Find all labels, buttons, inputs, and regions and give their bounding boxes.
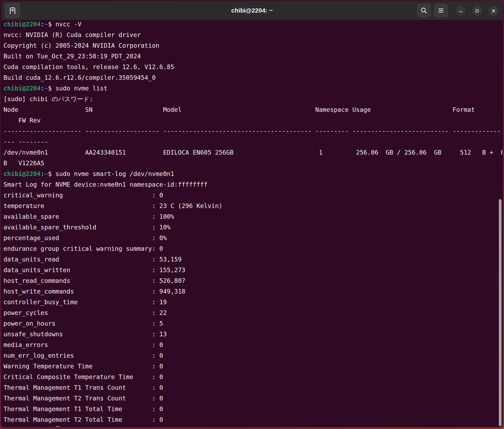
smart-log-value: 526,807	[159, 277, 185, 284]
smart-log-row: Thermal Management T2 Trans Count: 0	[3, 393, 503, 404]
smart-log-separator: :	[152, 320, 159, 327]
search-button[interactable]	[417, 3, 431, 18]
prompt-colon: :	[41, 170, 44, 177]
smart-log-row: endurance group critical warning summary…	[3, 243, 503, 254]
smart-log-separator: :	[152, 395, 159, 402]
hamburger-menu-icon	[437, 6, 445, 15]
smart-log-key: media_errors	[3, 340, 152, 350]
prompt-line-nvcc: chibi@2204:~$ nvcc -V	[3, 20, 503, 30]
smart-log-value: 100%	[159, 213, 174, 220]
smart-log-separator: :	[152, 277, 159, 284]
scrollbar-thumb[interactable]	[499, 199, 502, 426]
smart-log-key: critical_warning	[3, 190, 152, 201]
smart-log-value: 5	[159, 320, 163, 327]
smart-log-key: unsafe_shutdowns	[3, 329, 152, 340]
smart-log-separator: :	[152, 405, 159, 412]
smart-log-row: Thermal Management T2 Total Time: 0	[3, 414, 503, 425]
command-nvme-list: sudo nvme list	[55, 85, 107, 92]
prompt-dollar: $	[48, 170, 55, 177]
smart-log-key: Thermal Management T1 Total Time	[3, 404, 152, 414]
prompt-colon: :	[41, 85, 44, 92]
smart-log-row: critical_warning: 0	[3, 190, 503, 201]
smart-log-row: percentage_used: 0%	[3, 233, 503, 243]
smart-log-row: host_read_commands: 526,807	[3, 276, 503, 286]
smart-log-separator: :	[152, 298, 159, 306]
new-tab-button[interactable]	[5, 3, 20, 18]
minimize-button[interactable]	[456, 6, 466, 16]
smart-log-value: 19	[159, 298, 167, 306]
smart-log-row: num_err_log_entries: 0	[3, 350, 503, 361]
terminal-screen[interactable]: chibi@2204:~$ nvcc -V nvcc: NVIDIA (R) C…	[1, 20, 503, 427]
smart-log-value: 0%	[159, 234, 167, 241]
smart-log-row: Critical Composite Temperature Time: 0	[3, 372, 503, 382]
smart-log-row: media_errors: 0	[3, 340, 503, 350]
smart-log-separator: :	[152, 192, 159, 199]
smart-log-key: Thermal Management T2 Total Time	[3, 414, 152, 425]
nvme-list-device-row-wrap: B V1226A5	[3, 158, 503, 169]
smart-log-separator: :	[152, 373, 159, 381]
smart-log-row: power_cycles: 22	[3, 307, 503, 318]
smart-log-value: 0	[159, 405, 163, 412]
smart-log-key: endurance group critical warning summary	[3, 243, 152, 254]
smart-log-row: Thermal Management T1 Total Time: 0	[3, 404, 503, 414]
smart-log-value: 949,318	[159, 288, 185, 295]
nvme-list-device-row: /dev/nvme0n1 AA243340151 EDILOCA EN605 2…	[3, 147, 503, 158]
smart-log-value: 0	[159, 395, 163, 402]
titlebar[interactable]: chibi@2204: ~	[1, 1, 503, 20]
smart-log-value: 0	[159, 341, 163, 349]
prompt-path: ~	[44, 170, 48, 177]
smart-log-key: power_on_hours	[3, 318, 152, 329]
smart-log-value: 0	[159, 245, 163, 252]
smart-log-row: available_spare_threshold: 10%	[3, 222, 503, 233]
smart-log-key: Thermal Management T2 Trans Count	[3, 393, 152, 404]
output-line: Build cuda_12.6.r12.6/compiler.35059454_…	[3, 72, 503, 83]
prompt-path: ~	[44, 85, 48, 92]
smart-log-value: 155,273	[159, 266, 185, 274]
smart-log-separator: :	[152, 384, 159, 391]
smart-log-separator: :	[152, 288, 159, 295]
smart-log-row: Warning Temperature Time: 0	[3, 361, 503, 372]
prompt-user-host: chibi@2204	[3, 21, 41, 28]
prompt-line-smart-log: chibi@2204:~$ sudo nvme smart-log /dev/n…	[3, 169, 503, 179]
new-tab-icon	[8, 6, 17, 15]
smart-log-key: Critical Composite Temperature Time	[3, 372, 152, 382]
output-line: Copyright (c) 2005-2024 NVIDIA Corporati…	[3, 40, 503, 51]
smart-log-row: temperature: 23 C (296 Kelvin)	[3, 201, 503, 211]
smart-log-separator: :	[152, 352, 159, 359]
prompt-user-host: chibi@2204	[3, 170, 41, 177]
sudo-password-prompt: [sudo] chibi のパスワード:	[3, 94, 503, 104]
smart-log-value: 0	[159, 192, 163, 199]
smart-log-title: Smart Log for NVME device:nvme0n1 namesp…	[3, 179, 503, 190]
smart-log-value: 0	[159, 363, 163, 370]
smart-log-key: num_err_log_entries	[3, 350, 152, 361]
smart-log-key: Warning Temperature Time	[3, 361, 152, 372]
window-title: chibi@2204: ~	[231, 7, 273, 14]
prompt-dollar: $	[48, 85, 55, 92]
nvme-list-separator-line: --------------------- ------------------…	[3, 126, 503, 136]
command-nvme-smart-log: sudo nvme smart-log /dev/nvme0n1	[55, 170, 174, 177]
smart-log-key: controller_busy_time	[3, 297, 152, 307]
prompt-line-nvme-list: chibi@2204:~$ sudo nvme list	[3, 83, 503, 94]
search-icon	[420, 6, 428, 15]
smart-log-separator: :	[152, 224, 159, 231]
smart-log-value: 0	[159, 416, 163, 423]
smart-log-separator: :	[152, 213, 159, 220]
smart-log-key: data_units_written	[3, 265, 152, 276]
smart-log-value: 22	[159, 309, 167, 316]
minimize-icon	[458, 8, 464, 14]
smart-log-key: percentage_used	[3, 233, 152, 243]
smart-log-separator: :	[152, 331, 159, 338]
smart-log-row: power_on_hours: 5	[3, 318, 503, 329]
smart-log-key: temperature	[3, 201, 152, 211]
close-button[interactable]	[489, 6, 498, 16]
smart-log-row: unsafe_shutdowns: 13	[3, 329, 503, 340]
menu-button[interactable]	[434, 3, 448, 18]
smart-log-separator: :	[152, 266, 159, 274]
nvme-list-header-wrap-line: FW Rev	[3, 115, 503, 126]
smart-log-row: data_units_read: 53,159	[3, 254, 503, 265]
maximize-button[interactable]	[472, 6, 482, 16]
smart-log-row: host_write_commands: 949,318	[3, 286, 503, 297]
terminal-window: chibi@2204: ~ chibi@2204:~$ nvcc -V nvcc…	[1, 1, 503, 427]
smart-log-value: 53,159	[159, 256, 182, 263]
close-icon	[490, 8, 497, 14]
